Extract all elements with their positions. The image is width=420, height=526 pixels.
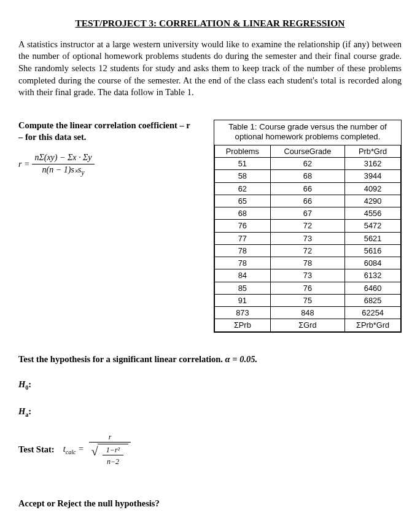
table-cell: 68 (270, 170, 344, 182)
table-cell: 62 (270, 158, 344, 170)
page-title: TEST/PROJECT 3: CORRELATION & LINEAR REG… (18, 17, 402, 30)
table-cell: 62 (215, 182, 271, 195)
table-cell: 4556 (345, 207, 401, 220)
table-cell: 5621 (345, 232, 401, 244)
sum-problems: 873 (215, 307, 271, 319)
table-cell: 6460 (345, 282, 401, 294)
table-cell: 91 (215, 294, 271, 306)
col-header-problems: Problems (215, 145, 271, 157)
compute-prompt: Compute the linear correlation coefficie… (18, 120, 190, 144)
table-cell: 6084 (345, 257, 401, 269)
tcalc-numerator: r (89, 432, 131, 443)
sumlabel-prbgrd: ΣPrb*Grd (345, 319, 401, 331)
r-lhs: r = (18, 159, 29, 171)
table-cell: 4092 (345, 182, 401, 195)
table-row: 85766460 (215, 282, 401, 294)
table-cell: 68 (215, 207, 271, 220)
table-cell: 4290 (345, 195, 401, 207)
data-table-wrap: Table 1: Course grade versus the number … (214, 120, 402, 333)
table-cell: 76 (270, 282, 344, 294)
table-cell: 85 (215, 282, 271, 294)
table-row: 65664290 (215, 195, 401, 207)
accept-reject-prompt: Accept or Reject the null hypothesis? (18, 498, 402, 510)
table-row: 58683944 (215, 170, 401, 182)
table-caption: Table 1: Course grade versus the number … (214, 120, 401, 145)
table-cell: 76 (215, 220, 271, 232)
sumlabel-grade: ΣGrd (270, 319, 344, 331)
ha-prompt: Ha: (18, 406, 402, 419)
table-row: 91756825 (215, 294, 401, 306)
intro-paragraph: A statistics instructor at a large weste… (18, 39, 402, 99)
table-cell: 78 (215, 244, 271, 257)
table-row: 51623162 (215, 158, 401, 170)
table-cell: 65 (215, 195, 271, 207)
col-header-grade: CourseGrade (270, 145, 344, 157)
table-cell: 73 (270, 269, 344, 282)
test-hypothesis-line: Test the hypothesis for a significant li… (18, 354, 402, 366)
sum-grade: 848 (270, 307, 344, 319)
table-cell: 72 (270, 220, 344, 232)
r-formula: r = nΣ(xy) − Σx · Σy n(n − 1)sₓsy (18, 152, 190, 177)
sum-prbgrd: 62254 (345, 307, 401, 319)
r-denominator: n(n − 1)sₓsy (32, 164, 94, 178)
table-cell: 84 (215, 269, 271, 282)
h0-prompt: H0: (18, 379, 402, 392)
table-cell: 5472 (345, 220, 401, 232)
table-cell: 5616 (345, 244, 401, 257)
table-cell: 6825 (345, 294, 401, 306)
table-cell: 3944 (345, 170, 401, 182)
table-cell: 66 (270, 182, 344, 195)
sumlabel-problems: ΣPrb (215, 319, 271, 331)
table-row: 62664092 (215, 182, 401, 195)
table-cell: 78 (215, 257, 271, 269)
table-cell: 6132 (345, 269, 401, 282)
test-stat-row: Test Stat: tcalc = r 1−r² n−2 (18, 432, 402, 467)
test-stat-label: Test Stat: (18, 444, 55, 456)
table-cell: 3162 (345, 158, 401, 170)
table-cell: 75 (270, 294, 344, 306)
table-row: 84736132 (215, 269, 401, 282)
table-row: 77735621 (215, 232, 401, 244)
table-row: 78725616 (215, 244, 401, 257)
tcalc-formula: tcalc = r 1−r² n−2 (63, 432, 131, 467)
table-cell: 66 (270, 195, 344, 207)
table-cell: 51 (215, 158, 271, 170)
table-row: 76725472 (215, 220, 401, 232)
table-cell: 58 (215, 170, 271, 182)
tcalc-denominator: 1−r² n−2 (89, 443, 131, 466)
r-numerator: nΣ(xy) − Σx · Σy (32, 152, 94, 164)
table-cell: 77 (215, 232, 271, 244)
table-row: 68674556 (215, 207, 401, 220)
data-table: Problems CourseGrade Prb*Grd 51623162586… (214, 145, 401, 332)
table-cell: 78 (270, 257, 344, 269)
table-row: 78786084 (215, 257, 401, 269)
col-header-prbgrd: Prb*Grd (345, 145, 401, 157)
table-cell: 73 (270, 232, 344, 244)
table-cell: 67 (270, 207, 344, 220)
table-cell: 72 (270, 244, 344, 257)
